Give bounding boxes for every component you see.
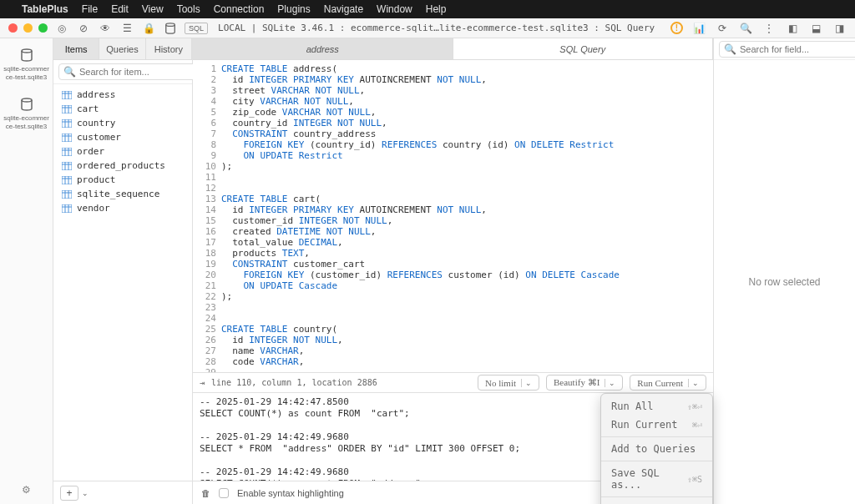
menu-file[interactable]: File <box>82 3 98 15</box>
detail-panel: 🔍 ⊞ No row selected <box>713 38 855 504</box>
connection-column: sqlite-ecommer ce-test.sqlite3 sqlite-ec… <box>0 38 53 504</box>
table-icon <box>62 91 72 99</box>
svg-rect-23 <box>62 162 72 170</box>
table-icon <box>62 190 72 199</box>
file-tabs: address SQL Query <box>193 38 713 60</box>
menu-edit[interactable]: Edit <box>111 3 129 15</box>
table-name: country <box>77 118 115 129</box>
menu-view[interactable]: View <box>142 3 164 15</box>
table-row-vendor[interactable]: vendor <box>53 201 192 215</box>
database-icon[interactable] <box>163 21 178 36</box>
sidebar: Items Queries History 🔍 ⊞ addresscartcou… <box>53 38 193 504</box>
tab-queries[interactable]: Queries <box>99 38 145 59</box>
sidebar-tabs: Items Queries History <box>53 38 192 60</box>
svg-point-1 <box>22 49 32 53</box>
stop-icon[interactable]: ⊘ <box>76 21 91 36</box>
table-name: cart <box>77 103 99 114</box>
bottom-panel-icon[interactable]: ⬓ <box>808 21 823 36</box>
sidebar-search[interactable]: 🔍 <box>58 63 200 80</box>
filetab-address[interactable]: address <box>193 38 453 59</box>
menu-help[interactable]: Help <box>426 3 447 15</box>
menu-tools[interactable]: Tools <box>177 3 200 15</box>
trash-icon[interactable]: 🗑 <box>201 488 210 498</box>
beautify-button[interactable]: Beautify ⌘I⌄ <box>546 375 623 391</box>
svg-rect-31 <box>62 190 72 199</box>
tab-items[interactable]: Items <box>53 38 99 59</box>
field-search-input[interactable] <box>740 44 855 54</box>
run-dropdown: Run All⇧⌘⏎Run Current⌘⏎Add to QueriesSav… <box>600 393 713 504</box>
code-area[interactable]: CREATE TABLE address( id INTEGER PRIMARY… <box>221 60 713 372</box>
connection-label: sqlite-ecommer ce-test.sqlite3 <box>3 65 49 81</box>
editor-statusbar: ⇥ line 110, column 1, location 2886 No l… <box>193 372 713 392</box>
add-button[interactable]: + <box>60 486 78 501</box>
table-name: address <box>77 89 115 100</box>
dropdown-item[interactable]: Default› <box>601 500 712 504</box>
menu-navigate[interactable]: Navigate <box>324 3 363 15</box>
dropdown-item[interactable]: Run All⇧⌘⏎ <box>601 397 712 416</box>
chart-icon[interactable]: 📊 <box>691 21 706 36</box>
table-name: sqlite_sequence <box>77 189 159 199</box>
table-icon <box>62 176 72 184</box>
table-row-sqlite_sequence[interactable]: sqlite_sequence <box>53 187 192 201</box>
menu-connection[interactable]: Connection <box>214 3 265 15</box>
sql-badge[interactable]: SQL <box>185 23 208 34</box>
table-row-customer[interactable]: customer <box>53 130 192 144</box>
search-icon: 🔍 <box>724 43 736 55</box>
table-row-address[interactable]: address <box>53 88 192 102</box>
search-toolbar-icon[interactable]: 🔍 <box>738 21 753 36</box>
connection-label: sqlite-ecommer ce-test.sqlite3 <box>3 114 49 130</box>
app-name[interactable]: TablePlus <box>22 3 68 15</box>
close-window-button[interactable] <box>8 23 18 33</box>
list-icon[interactable]: ☰ <box>119 21 134 36</box>
more-icon[interactable]: ⋮ <box>761 21 777 36</box>
svg-rect-19 <box>62 148 72 156</box>
fullscreen-window-button[interactable] <box>38 23 48 33</box>
table-row-country[interactable]: country <box>53 116 192 130</box>
target-icon[interactable]: ◎ <box>54 21 69 36</box>
table-row-product[interactable]: product <box>53 173 192 187</box>
menu-window[interactable]: Window <box>377 3 412 15</box>
cursor-position: line 110, column 1, location 2886 <box>211 378 377 387</box>
search-icon: 🔍 <box>63 66 76 78</box>
dropdown-item[interactable]: Run Current⌘⏎ <box>601 416 712 434</box>
chevron-down-icon[interactable]: ⌄ <box>82 489 89 497</box>
table-row-ordered_products[interactable]: ordered_products <box>53 159 192 173</box>
limit-select[interactable]: No limit⌄ <box>478 375 539 391</box>
connection-item-1[interactable]: sqlite-ecommer ce-test.sqlite3 <box>3 98 49 130</box>
filetab-sqlquery[interactable]: SQL Query <box>453 38 714 59</box>
menu-plugins[interactable]: Plugins <box>277 3 310 15</box>
table-icon <box>62 204 72 213</box>
dropdown-item[interactable]: Save SQL as...⇧⌘S <box>601 464 712 494</box>
syntax-checkbox[interactable] <box>219 488 229 498</box>
warning-icon[interactable]: ! <box>670 22 683 34</box>
field-search[interactable]: 🔍 <box>719 41 855 58</box>
svg-rect-3 <box>62 91 72 99</box>
table-list: addresscartcountrycustomerorderordered_p… <box>53 84 192 481</box>
dropdown-item[interactable]: Add to Queries <box>601 440 712 458</box>
sidebar-search-input[interactable] <box>79 67 195 77</box>
svg-point-0 <box>166 23 175 26</box>
window-toolbar: ◎ ⊘ 👁 ☰ 🔒 SQL LOCAL | SQLite 3.46.1 : ec… <box>0 18 855 38</box>
lock-icon[interactable]: 🔒 <box>141 21 156 36</box>
connection-item-0[interactable]: sqlite-ecommer ce-test.sqlite3 <box>3 48 49 81</box>
indent-icon[interactable]: ⇥ <box>200 378 205 387</box>
svg-rect-7 <box>62 105 72 113</box>
table-row-cart[interactable]: cart <box>53 102 192 116</box>
svg-rect-27 <box>62 176 72 184</box>
code-editor[interactable]: 1 2 3 4 5 6 7 8 9 10 11 12 13 14 15 16 1… <box>193 60 713 372</box>
table-icon <box>62 148 72 156</box>
refresh-icon[interactable]: ⟳ <box>715 21 730 36</box>
right-panel-icon[interactable]: ◨ <box>832 21 847 36</box>
table-row-order[interactable]: order <box>53 144 192 159</box>
detail-empty-state: No row selected <box>714 60 855 504</box>
svg-rect-11 <box>62 119 72 128</box>
macos-menubar: TablePlus File Edit View Tools Connectio… <box>0 0 855 18</box>
run-button[interactable]: Run Current⌄ <box>630 375 706 391</box>
settings-icon[interactable]: ⚙ <box>22 484 31 496</box>
minimize-window-button[interactable] <box>23 23 33 33</box>
table-icon <box>62 162 72 170</box>
eye-icon[interactable]: 👁 <box>98 21 113 36</box>
svg-rect-15 <box>62 134 72 142</box>
tab-history[interactable]: History <box>146 38 192 59</box>
left-panel-icon[interactable]: ◧ <box>785 21 800 36</box>
